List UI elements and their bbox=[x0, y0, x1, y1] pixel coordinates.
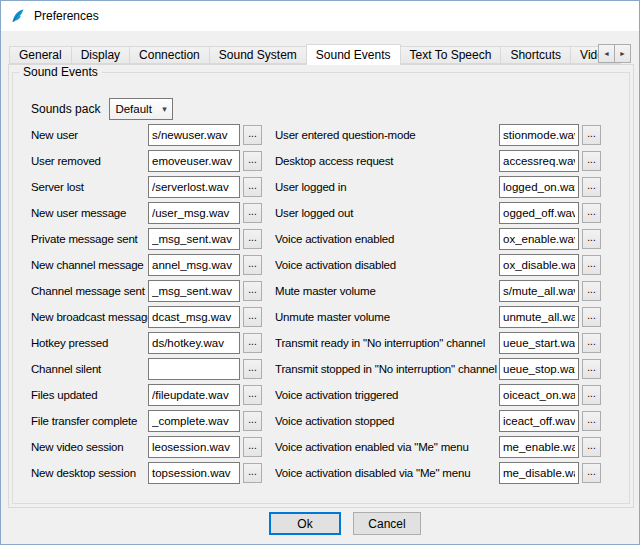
browse-button[interactable]: ... bbox=[582, 151, 601, 171]
sound-event-row: Voice activation disabled... bbox=[275, 254, 601, 276]
browse-button[interactable]: ... bbox=[243, 125, 262, 145]
tab-general[interactable]: General bbox=[9, 46, 72, 64]
sound-events-right-column: User entered question-mode...Desktop acc… bbox=[275, 124, 601, 484]
sound-file-input[interactable] bbox=[148, 202, 240, 224]
sound-event-row: Hotkey pressed... bbox=[31, 332, 262, 354]
sound-file-input[interactable] bbox=[148, 358, 240, 380]
sound-events-group: Sound Events Sounds pack Default ▾ New u… bbox=[12, 72, 630, 504]
sound-file-input[interactable] bbox=[148, 254, 240, 276]
sound-event-row: File transfer complete... bbox=[31, 410, 262, 432]
sound-event-label: Hotkey pressed bbox=[31, 337, 148, 349]
sound-file-input[interactable] bbox=[499, 436, 579, 458]
sound-file-input[interactable] bbox=[148, 462, 240, 484]
sound-event-row: Unmute master volume... bbox=[275, 306, 601, 328]
sound-event-row: New channel message... bbox=[31, 254, 262, 276]
tab-scroll-left-button[interactable]: ◄ bbox=[598, 44, 615, 63]
sound-event-row: User logged out... bbox=[275, 202, 601, 224]
sound-event-label: Channel message sent bbox=[31, 285, 148, 297]
browse-button[interactable]: ... bbox=[243, 333, 262, 353]
sound-file-input[interactable] bbox=[499, 254, 579, 276]
sound-file-input[interactable] bbox=[499, 358, 579, 380]
sound-event-label: Mute master volume bbox=[275, 285, 499, 297]
browse-button[interactable]: ... bbox=[582, 125, 601, 145]
window-title: Preferences bbox=[34, 9, 99, 23]
browse-button[interactable]: ... bbox=[582, 307, 601, 327]
sound-file-input[interactable] bbox=[148, 332, 240, 354]
browse-button[interactable]: ... bbox=[243, 463, 262, 483]
sound-event-label: New channel message bbox=[31, 259, 148, 271]
titlebar: Preferences bbox=[1, 1, 639, 31]
browse-button[interactable]: ... bbox=[582, 463, 601, 483]
browse-button[interactable]: ... bbox=[582, 229, 601, 249]
sound-event-label: New desktop session bbox=[31, 467, 148, 479]
sound-file-input[interactable] bbox=[148, 436, 240, 458]
browse-button[interactable]: ... bbox=[582, 385, 601, 405]
sound-file-input[interactable] bbox=[499, 202, 579, 224]
browse-button[interactable]: ... bbox=[582, 437, 601, 457]
sound-file-input[interactable] bbox=[148, 280, 240, 302]
tab-display[interactable]: Display bbox=[71, 46, 130, 64]
sounds-pack-combobox[interactable]: Default ▾ bbox=[109, 98, 173, 120]
tab-connection[interactable]: Connection bbox=[129, 46, 210, 64]
sound-file-input[interactable] bbox=[499, 228, 579, 250]
sound-event-label: New user bbox=[31, 129, 148, 141]
sounds-pack-label: Sounds pack bbox=[31, 102, 100, 116]
sound-file-input[interactable] bbox=[148, 150, 240, 172]
sound-events-columns: New user...User removed...Server lost...… bbox=[31, 124, 623, 499]
sound-file-input[interactable] bbox=[148, 228, 240, 250]
browse-button[interactable]: ... bbox=[582, 333, 601, 353]
tab-shortcuts[interactable]: Shortcuts bbox=[500, 46, 571, 64]
preferences-window: Preferences GeneralDisplayConnectionSoun… bbox=[0, 0, 640, 545]
tab-scroll-right-button[interactable]: ► bbox=[614, 44, 631, 63]
browse-button[interactable]: ... bbox=[582, 203, 601, 223]
sound-event-row: Desktop access request... bbox=[275, 150, 601, 172]
browse-button[interactable]: ... bbox=[243, 385, 262, 405]
tab-scroll-right-icon: ► bbox=[619, 50, 626, 57]
sound-event-label: Files updated bbox=[31, 389, 148, 401]
sound-events-left-column: New user...User removed...Server lost...… bbox=[31, 124, 262, 484]
tab-sound-system[interactable]: Sound System bbox=[209, 46, 307, 64]
browse-button[interactable]: ... bbox=[243, 359, 262, 379]
sounds-pack-value: Default bbox=[110, 103, 156, 115]
sound-file-input[interactable] bbox=[499, 124, 579, 146]
browse-button[interactable]: ... bbox=[243, 281, 262, 301]
sound-file-input[interactable] bbox=[148, 410, 240, 432]
sound-file-input[interactable] bbox=[499, 306, 579, 328]
ok-button[interactable]: Ok bbox=[269, 512, 341, 535]
browse-button[interactable]: ... bbox=[243, 307, 262, 327]
tab-bar: GeneralDisplayConnectionSound SystemSoun… bbox=[9, 44, 631, 64]
sound-event-row: New broadcast message... bbox=[31, 306, 262, 328]
browse-button[interactable]: ... bbox=[582, 281, 601, 301]
browse-button[interactable]: ... bbox=[582, 359, 601, 379]
browse-button[interactable]: ... bbox=[582, 255, 601, 275]
tab-pane: Sound Events Sounds pack Default ▾ New u… bbox=[8, 64, 634, 508]
sound-file-input[interactable] bbox=[499, 176, 579, 198]
browse-button[interactable]: ... bbox=[582, 411, 601, 431]
browse-button[interactable]: ... bbox=[243, 437, 262, 457]
sound-file-input[interactable] bbox=[499, 280, 579, 302]
sound-event-row: Voice activation stopped... bbox=[275, 410, 601, 432]
sound-event-label: Channel silent bbox=[31, 363, 148, 375]
tab-sound-events[interactable]: Sound Events bbox=[306, 44, 401, 65]
sound-file-input[interactable] bbox=[499, 384, 579, 406]
browse-button[interactable]: ... bbox=[243, 411, 262, 431]
browse-button[interactable]: ... bbox=[582, 177, 601, 197]
browse-button[interactable]: ... bbox=[243, 151, 262, 171]
browse-button[interactable]: ... bbox=[243, 203, 262, 223]
sound-file-input[interactable] bbox=[148, 124, 240, 146]
sound-file-input[interactable] bbox=[499, 150, 579, 172]
sound-file-input[interactable] bbox=[148, 384, 240, 406]
sound-file-input[interactable] bbox=[499, 332, 579, 354]
tab-text-to-speech[interactable]: Text To Speech bbox=[400, 46, 502, 64]
browse-button[interactable]: ... bbox=[243, 255, 262, 275]
browse-button[interactable]: ... bbox=[243, 177, 262, 197]
sound-file-input[interactable] bbox=[499, 462, 579, 484]
sound-file-input[interactable] bbox=[499, 410, 579, 432]
cancel-button[interactable]: Cancel bbox=[353, 512, 421, 535]
browse-button[interactable]: ... bbox=[243, 229, 262, 249]
sound-file-input[interactable] bbox=[148, 306, 240, 328]
sound-event-row: Files updated... bbox=[31, 384, 262, 406]
sound-event-label: Voice activation triggered bbox=[275, 389, 499, 401]
sound-file-input[interactable] bbox=[148, 176, 240, 198]
sound-event-label: Voice activation enabled via "Me" menu bbox=[275, 441, 499, 453]
